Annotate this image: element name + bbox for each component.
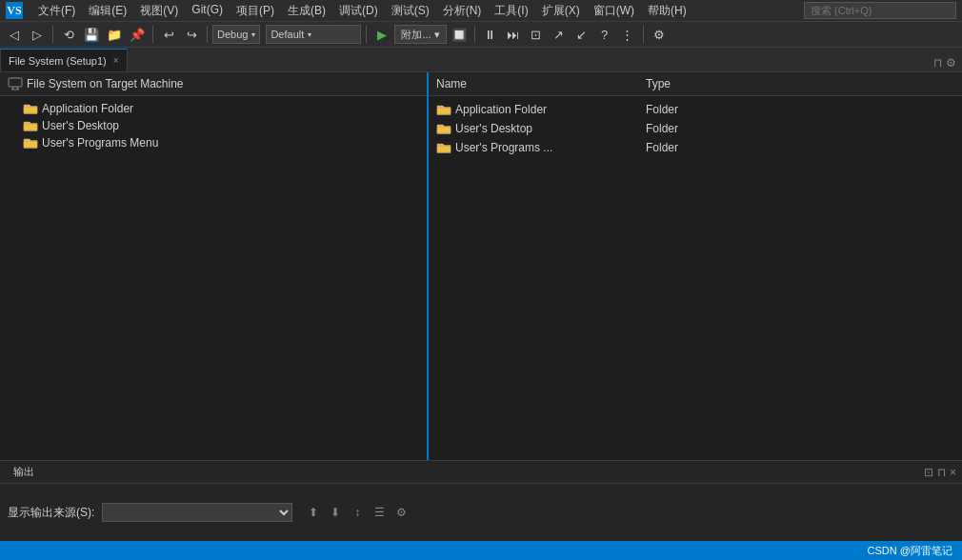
menu-help[interactable]: 帮助(H) [642,1,692,21]
menu-view[interactable]: 视图(V) [134,1,184,21]
menu-git[interactable]: Git(G) [186,1,229,21]
menu-debug[interactable]: 调试(D) [333,1,384,21]
output-toolbar-icons: ⬆ ⬇ ↕ ☰ ⚙ [304,503,411,522]
tree-item-application-folder[interactable]: Application Folder [0,100,427,117]
menu-file[interactable]: 文件(F) [32,1,81,21]
menu-bar: 文件(F) 编辑(E) 视图(V) Git(G) 项目(P) 生成(B) 调试(… [32,1,692,21]
menu-analyze[interactable]: 分析(N) [437,1,488,21]
default-arrow: ▾ [308,30,311,39]
list-cell-type-1: Folder [638,121,752,136]
list-cell-name-2: User's Programs ... [429,140,638,155]
list-cell-type-0: Folder [638,102,752,117]
list-row-0[interactable]: Application Folder Folder [429,100,962,119]
list-cell-name-0: Application Folder [429,102,638,117]
menu-project[interactable]: 项目(P) [230,1,280,21]
toolbar-undo2[interactable]: ↩ [158,24,179,45]
output-icon-5[interactable]: ⚙ [391,503,411,522]
toolbar: ◁ ▷ ⟲ 💾 📁 📌 ↩ ↪ Debug ▾ Default ▾ ▶ 附加..… [0,21,962,48]
output-tab-actions: ⊡ ⊓ × [924,466,956,479]
toolbar-pin[interactable]: 📌 [127,24,148,45]
tree-label-app-folder: Application Folder [42,102,133,115]
toolbar-ext[interactable]: ⋮ [617,24,638,45]
toolbar-q[interactable]: ? [594,24,615,45]
menu-window[interactable]: 窗口(W) [588,1,640,21]
toolbar-sep-5 [474,26,475,43]
toolbar-nav1[interactable]: ↗ [549,24,570,45]
tree-item-programs-menu[interactable]: User's Programs Menu [0,134,427,151]
tab-filesystem[interactable]: File System (Setup1) × [0,49,128,71]
toolbar-sep-6 [643,26,644,43]
toolbar-back[interactable]: ◁ [4,24,25,45]
output-icon-3[interactable]: ↕ [348,503,367,522]
menu-extensions[interactable]: 扩展(X) [536,1,586,21]
toolbar-run[interactable]: ▶ [371,24,392,45]
svg-rect-0 [9,78,22,87]
output-close-btn[interactable]: × [950,466,956,479]
toolbar-stop[interactable]: 🔲 [449,24,470,45]
output-float-btn[interactable]: ⊡ [924,466,933,479]
list-row-1[interactable]: User's Desktop Folder [429,119,962,138]
output-icon-2[interactable]: ⬇ [326,503,345,522]
attach-button[interactable]: 附加... ▾ [394,25,446,44]
output-icon-1[interactable]: ⬆ [304,503,323,522]
output-content: 显示输出来源(S): ⬆ ⬇ ↕ ☰ ⚙ [0,484,962,541]
tree-root-label: File System on Target Machine [27,77,184,90]
list-cell-type-2: Folder [638,140,752,155]
menu-edit[interactable]: 编辑(E) [83,1,132,21]
tree-label-programs: User's Programs Menu [42,136,158,150]
folder-icon-app [23,102,38,115]
toolbar-step[interactable]: ⏭ [503,24,524,45]
toolbar-redo[interactable]: ↪ [181,24,202,45]
list-cell-name-1: User's Desktop [429,121,638,136]
list-folder-icon-2 [436,141,451,154]
menu-test[interactable]: 测试(S) [386,1,435,21]
tab-settings-btn[interactable]: ⚙ [946,56,956,70]
toolbar-pause[interactable]: ⏸ [480,24,501,45]
toolbar-sep-3 [207,26,208,43]
title-bar: VS 文件(F) 编辑(E) 视图(V) Git(G) 项目(P) 生成(B) … [0,0,962,21]
tree-label-desktop: User's Desktop [42,119,119,132]
output-tab[interactable]: 输出 [6,463,42,481]
left-panel: File System on Target Machine Applicatio… [0,72,429,460]
list-folder-icon-1 [436,122,451,135]
toolbar-sep-1 [52,26,53,43]
folder-icon-desktop [23,119,38,132]
output-source-select[interactable] [102,503,292,522]
toolbar-forward[interactable]: ▷ [27,24,48,45]
toolbar-open[interactable]: 📁 [104,24,125,45]
toolbar-save[interactable]: 💾 [81,24,102,45]
output-source-label: 显示输出来源(S): [8,505,94,521]
output-icon-4[interactable]: ☰ [370,503,389,522]
list-folder-icon-0 [436,103,451,116]
right-panel: Name Type Application Folder Folder [429,72,962,460]
default-label: Default [271,29,304,40]
list-row-2[interactable]: User's Programs ... Folder [429,138,962,157]
debug-dropdown[interactable]: Debug ▾ [212,25,260,44]
list-body: Application Folder Folder User's Desktop… [429,96,962,460]
toolbar-more[interactable]: ⊡ [526,24,547,45]
computer-icon [8,76,23,91]
status-text: CSDN @阿雷笔记 [868,544,952,558]
toolbar-undo[interactable]: ⟲ [58,24,79,45]
output-panel: 输出 ⊡ ⊓ × 显示输出来源(S): ⬆ ⬇ ↕ ☰ ⚙ [0,460,962,541]
tab-bar: File System (Setup1) × ⊓ ⚙ [0,48,962,72]
list-header: Name Type [429,72,962,96]
main-area: File System on Target Machine Applicatio… [0,72,962,460]
debug-arrow: ▾ [251,30,255,39]
search-input[interactable] [804,2,956,19]
col-header-type: Type [638,75,752,92]
default-dropdown[interactable]: Default ▾ [266,25,361,44]
menu-tools[interactable]: 工具(I) [489,1,533,21]
tree-content: Application Folder User's Desktop User's… [0,96,427,460]
debug-label: Debug [217,29,248,40]
tree-item-desktop[interactable]: User's Desktop [0,117,427,134]
output-pin-btn[interactable]: ⊓ [937,466,946,479]
tab-pin-btn[interactable]: ⊓ [933,56,942,70]
tab-close-btn[interactable]: × [113,55,119,66]
toolbar-nav2[interactable]: ↙ [571,24,592,45]
toolbar-config[interactable]: ⚙ [649,24,670,45]
attach-arrow: ▾ [434,29,440,41]
menu-build[interactable]: 生成(B) [282,1,331,21]
toolbar-sep-2 [152,26,153,43]
tree-header: File System on Target Machine [0,72,427,96]
